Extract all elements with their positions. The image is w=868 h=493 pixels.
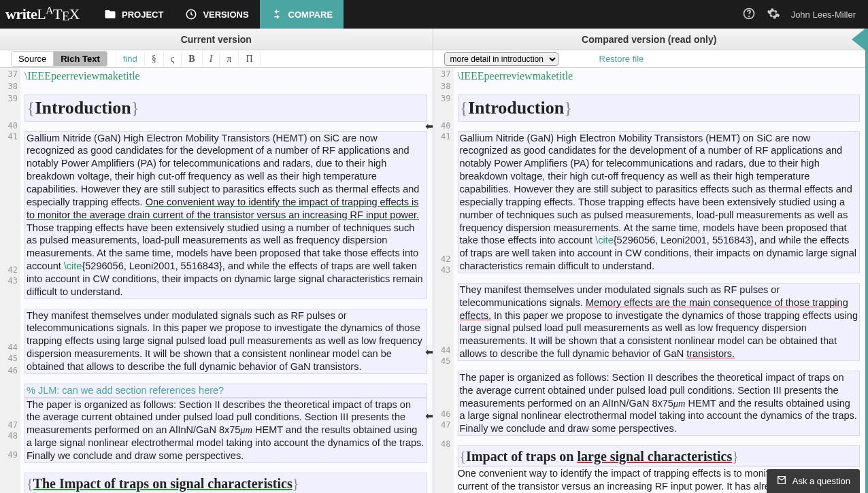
section-heading: {Introduction} [24,95,427,122]
tab-richtext[interactable]: Rich Text [54,52,107,66]
left-editor[interactable]: 37 38 39 40 41 42 43 44 45 46 47 48 49 \… [0,68,433,493]
left-subbar: Source Rich Text find § ς B I π Π [0,50,433,68]
paragraph: Gallium Nitride (GaN) High Electron Mobi… [458,131,861,273]
bold-button[interactable]: B [182,52,202,67]
symbol-pi[interactable]: π [220,52,239,67]
diff-arrow-icon[interactable]: ⬅ [425,345,433,360]
symbol-section[interactable]: § [145,52,164,67]
compare-icon [271,8,283,20]
right-panel-header: Compared version (read only) [433,29,866,50]
ask-question-button[interactable]: Ask a question [767,469,860,493]
ask-question-label: Ask a question [792,476,850,486]
help-icon[interactable] [742,7,756,22]
left-panel: Current version Source Rich Text find § … [0,29,433,493]
collapse-button[interactable] [852,29,865,50]
right-gutter: 37 38 39 40 41 42 43 44 45 46 47 48 [433,68,454,493]
user-menu[interactable]: John Lees-Miller [791,10,863,20]
paragraph: They manifest themselves under modulated… [24,309,427,374]
symbol-Pi[interactable]: Π [239,52,260,67]
left-panel-title: Current version [181,34,252,45]
right-subbar: more detail in introduction Restore file [433,50,866,68]
gear-icon[interactable] [767,7,780,22]
paragraph: The paper is organized as follows: Secti… [24,398,427,463]
compare-label: COMPARE [288,10,333,20]
left-panel-header: Current version [0,29,433,50]
project-button[interactable]: PROJECT [93,0,174,29]
mail-icon [776,475,787,488]
view-tabs: Source Rich Text [11,51,107,67]
section-heading: {The Impact of traps on signal character… [24,473,427,493]
comment-line: % JLM: can we add section references her… [24,384,427,398]
diff-arrow-icon[interactable]: ⬅ [425,409,433,424]
paragraph: Gallium Nitride (GaN) High Electron Mobi… [24,131,427,299]
section-heading: {Impact of traps on large signal charact… [458,445,861,467]
diff-arrow-icon[interactable]: ⬅ [425,120,433,134]
logo[interactable]: writeLATEX [5,4,80,24]
folder-icon [104,8,116,20]
section-heading: {Introduction} [458,95,861,122]
right-panel: Compared version (read only) more detail… [433,29,869,493]
versions-label: VERSIONS [203,10,248,20]
symbol-subsection[interactable]: ς [164,52,182,67]
svg-point-2 [748,16,749,16]
paragraph: The paper is organized as follows: Secti… [458,371,861,436]
cite-command: \cite [595,235,614,245]
restore-file-link[interactable]: Restore file [599,54,644,64]
latex-command: \IEEEpeerreviewmaketitle [24,69,427,84]
project-label: PROJECT [122,10,163,20]
right-panel-title: Compared version (read only) [582,34,716,45]
compare-button[interactable]: COMPARE [260,0,344,29]
italic-button[interactable]: I [203,52,220,67]
version-select[interactable]: more detail in introduction [444,52,558,66]
tab-source[interactable]: Source [12,52,54,66]
clock-icon [185,8,197,20]
versions-button[interactable]: VERSIONS [174,0,259,29]
topbar: writeLATEX PROJECT VERSIONS COMPARE John… [0,0,868,29]
left-gutter: 37 38 39 40 41 42 43 44 45 46 47 48 49 [0,68,20,493]
right-editor[interactable]: 37 38 39 40 41 42 43 44 45 46 47 48 \IEE… [433,68,866,493]
cite-command: \cite [64,260,82,271]
latex-command: \IEEEpeerreviewmaketitle [458,69,861,84]
added-text: transistors. [686,348,735,359]
find-button[interactable]: find [116,52,145,66]
paragraph: They manifest themselves under modulated… [458,283,861,361]
